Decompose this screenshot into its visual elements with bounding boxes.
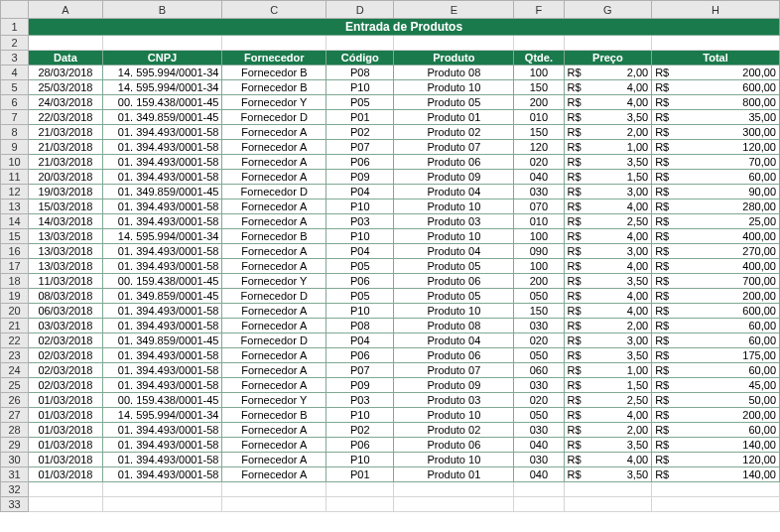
cell-total[interactable]: R$175,00 <box>652 348 780 363</box>
cell-cnpj[interactable]: 00. 159.438/0001-45 <box>102 393 222 408</box>
cell-produto[interactable]: Produto 03 <box>394 393 514 408</box>
col-header-H[interactable]: H <box>652 1 780 19</box>
row-header-23[interactable]: 23 <box>1 348 29 363</box>
cell-fornecedor[interactable]: Fornecedor Y <box>222 393 326 408</box>
cell-fornecedor[interactable]: Fornecedor A <box>222 259 326 274</box>
cell-blank[interactable] <box>29 36 102 51</box>
col-header-A[interactable]: A <box>29 1 102 19</box>
cell-produto[interactable]: Produto 01 <box>394 467 514 482</box>
cell-codigo[interactable]: P01 <box>326 110 394 125</box>
cell-empty[interactable] <box>514 497 564 512</box>
cell-qtde[interactable]: 030 <box>514 453 564 467</box>
cell-qtde[interactable]: 030 <box>514 423 564 438</box>
col-header-E[interactable]: E <box>394 1 514 19</box>
cell-qtde[interactable]: 020 <box>514 155 564 170</box>
row-header-24[interactable]: 24 <box>1 363 29 378</box>
cell-preco[interactable]: R$3,50 <box>564 438 652 453</box>
cell-codigo[interactable]: P08 <box>326 319 394 333</box>
cell-preco[interactable]: R$4,00 <box>564 259 652 274</box>
cell-data[interactable]: 02/03/2018 <box>29 363 102 378</box>
row-header-10[interactable]: 10 <box>1 155 29 170</box>
cell-qtde[interactable]: 070 <box>514 200 564 214</box>
cell-produto[interactable]: Produto 08 <box>394 66 514 80</box>
cell-codigo[interactable]: P03 <box>326 214 394 229</box>
cell-codigo[interactable]: P08 <box>326 66 394 80</box>
table-header-data[interactable]: Data <box>29 51 102 66</box>
cell-blank[interactable] <box>564 36 652 51</box>
row-header-12[interactable]: 12 <box>1 185 29 200</box>
cell-qtde[interactable]: 030 <box>514 378 564 393</box>
cell-preco[interactable]: R$2,00 <box>564 423 652 438</box>
row-header-26[interactable]: 26 <box>1 393 29 408</box>
cell-preco[interactable]: R$3,00 <box>564 244 652 259</box>
cell-qtde[interactable]: 040 <box>514 467 564 482</box>
cell-produto[interactable]: Produto 03 <box>394 214 514 229</box>
cell-fornecedor[interactable]: Fornecedor A <box>222 363 326 378</box>
cell-preco[interactable]: R$3,00 <box>564 333 652 348</box>
cell-qtde[interactable]: 050 <box>514 289 564 304</box>
cell-empty[interactable] <box>652 482 780 497</box>
cell-preco[interactable]: R$4,00 <box>564 289 652 304</box>
cell-total[interactable]: R$280,00 <box>652 200 780 214</box>
cell-produto[interactable]: Produto 04 <box>394 244 514 259</box>
cell-qtde[interactable]: 040 <box>514 170 564 185</box>
cell-produto[interactable]: Produto 10 <box>394 304 514 319</box>
cell-empty[interactable] <box>394 497 514 512</box>
row-header-33[interactable]: 33 <box>1 497 29 512</box>
cell-data[interactable]: 25/03/2018 <box>29 80 102 95</box>
row-header-28[interactable]: 28 <box>1 423 29 438</box>
cell-qtde[interactable]: 050 <box>514 408 564 423</box>
cell-produto[interactable]: Produto 05 <box>394 289 514 304</box>
cell-qtde[interactable]: 150 <box>514 80 564 95</box>
cell-data[interactable]: 13/03/2018 <box>29 229 102 244</box>
row-header-15[interactable]: 15 <box>1 229 29 244</box>
cell-empty[interactable] <box>564 482 652 497</box>
cell-preco[interactable]: R$1,50 <box>564 378 652 393</box>
cell-preco[interactable]: R$3,50 <box>564 348 652 363</box>
cell-codigo[interactable]: P04 <box>326 333 394 348</box>
cell-data[interactable]: 11/03/2018 <box>29 274 102 289</box>
cell-codigo[interactable]: P10 <box>326 80 394 95</box>
cell-qtde[interactable]: 020 <box>514 333 564 348</box>
cell-fornecedor[interactable]: Fornecedor A <box>222 423 326 438</box>
row-header-25[interactable]: 25 <box>1 378 29 393</box>
cell-total[interactable]: R$400,00 <box>652 229 780 244</box>
cell-codigo[interactable]: P09 <box>326 170 394 185</box>
cell-produto[interactable]: Produto 06 <box>394 438 514 453</box>
cell-cnpj[interactable]: 00. 159.438/0001-45 <box>102 274 222 289</box>
cell-blank[interactable] <box>102 36 222 51</box>
cell-fornecedor[interactable]: Fornecedor D <box>222 333 326 348</box>
cell-fornecedor[interactable]: Fornecedor A <box>222 125 326 140</box>
cell-qtde[interactable]: 020 <box>514 393 564 408</box>
cell-total[interactable]: R$140,00 <box>652 467 780 482</box>
cell-produto[interactable]: Produto 06 <box>394 348 514 363</box>
col-header-B[interactable]: B <box>102 1 222 19</box>
cell-data[interactable]: 20/03/2018 <box>29 170 102 185</box>
cell-codigo[interactable]: P02 <box>326 125 394 140</box>
cell-cnpj[interactable]: 01. 394.493/0001-58 <box>102 170 222 185</box>
cell-produto[interactable]: Produto 10 <box>394 200 514 214</box>
cell-cnpj[interactable]: 01. 394.493/0001-58 <box>102 259 222 274</box>
cell-produto[interactable]: Produto 10 <box>394 229 514 244</box>
cell-blank[interactable] <box>326 36 394 51</box>
cell-preco[interactable]: R$2,00 <box>564 319 652 333</box>
cell-fornecedor[interactable]: Fornecedor A <box>222 214 326 229</box>
cell-cnpj[interactable]: 14. 595.994/0001-34 <box>102 66 222 80</box>
cell-total[interactable]: R$700,00 <box>652 274 780 289</box>
cell-preco[interactable]: R$2,00 <box>564 66 652 80</box>
table-header-qtde[interactable]: Qtde. <box>514 51 564 66</box>
sheet-title[interactable]: Entrada de Produtos <box>29 19 780 36</box>
cell-cnpj[interactable]: 01. 394.493/0001-58 <box>102 378 222 393</box>
cell-cnpj[interactable]: 14. 595.994/0001-34 <box>102 408 222 423</box>
cell-total[interactable]: R$140,00 <box>652 438 780 453</box>
cell-total[interactable]: R$800,00 <box>652 95 780 110</box>
cell-fornecedor[interactable]: Fornecedor D <box>222 185 326 200</box>
cell-data[interactable]: 01/03/2018 <box>29 423 102 438</box>
cell-preco[interactable]: R$3,50 <box>564 467 652 482</box>
cell-fornecedor[interactable]: Fornecedor B <box>222 229 326 244</box>
cell-produto[interactable]: Produto 10 <box>394 408 514 423</box>
cell-data[interactable]: 01/03/2018 <box>29 393 102 408</box>
cell-fornecedor[interactable]: Fornecedor B <box>222 408 326 423</box>
cell-data[interactable]: 01/03/2018 <box>29 438 102 453</box>
cell-preco[interactable]: R$1,00 <box>564 140 652 155</box>
